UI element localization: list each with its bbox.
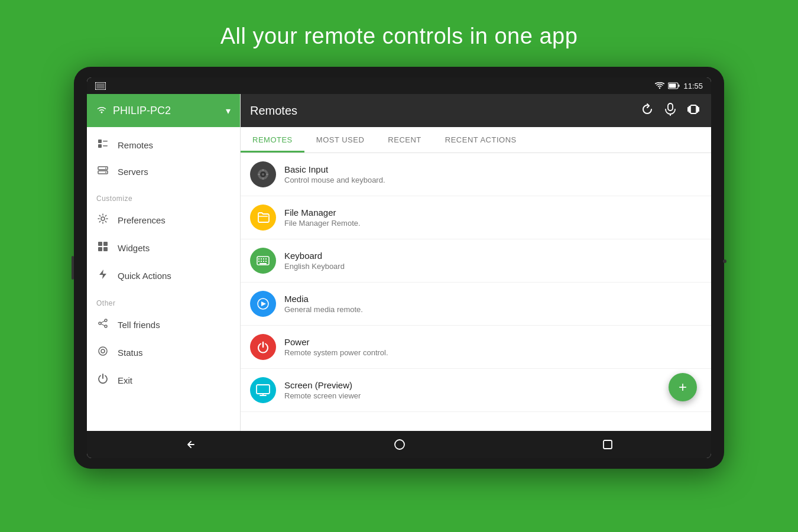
tab-recent[interactable]: RECENT [376,127,433,153]
file-manager-icon-svg [257,211,270,224]
app-content: PHILIP-PC2 ▾ [87,94,711,431]
preferences-icon [96,213,109,227]
servers-label: Servers [118,167,148,177]
svg-rect-49 [265,261,267,262]
preferences-label: Preferences [118,215,166,225]
power-icon [96,374,109,387]
lightning-icon [99,269,107,280]
sidebar-customize-label: Customize [87,185,240,206]
status-bar-right: 11:55 [655,82,703,90]
sidebar-item-tell-friends[interactable]: Tell friends [87,311,240,339]
svg-rect-8 [103,141,108,142]
status-bar-left [95,82,106,90]
svg-point-24 [99,347,107,355]
basic-input-icon-svg [257,168,270,181]
svg-rect-50 [259,263,267,264]
remote-info-power: Power Remote system power control. [284,337,702,357]
sidebar-item-preferences[interactable]: Preferences [87,206,240,234]
servers-icon [96,166,109,178]
svg-marker-52 [261,301,266,306]
dropdown-icon[interactable]: ▾ [226,105,231,116]
share-icon [96,318,109,332]
remote-name-screen: Screen (Preview) [284,380,702,390]
svg-rect-18 [103,247,108,251]
remote-desc-keyboard: English Keyboard [284,262,702,271]
remote-item-keyboard[interactable]: Keyboard English Keyboard [241,239,711,283]
wifi-icon [96,105,107,116]
remote-info-file-manager: File Manager File Manager Remote. [284,207,702,228]
vibrate-icon-svg [687,103,699,115]
tablet-side-button-right [723,259,726,263]
sidebar-nav: Remotes Servers [87,127,240,431]
status-time: 11:55 [683,82,703,90]
sidebar-other-label: Other [87,290,240,311]
status-icon-svg [98,346,108,356]
tell-friends-label: Tell friends [118,320,160,330]
remote-item-screen-preview[interactable]: Screen (Preview) Remote screen viewer [241,369,711,412]
tab-most-used[interactable]: MOST USED [304,127,377,153]
remote-info-screen: Screen (Preview) Remote screen viewer [284,380,702,400]
remote-info-keyboard: Keyboard English Keyboard [284,251,702,271]
remote-info-basic-input: Basic Input Control mouse and keyboard. [284,164,702,184]
tablet-screen: 11:55 PHILIP-PC2 ▾ [87,77,711,458]
sidebar-item-exit[interactable]: Exit [87,366,240,394]
mic-icon-svg [665,103,676,116]
sidebar-item-widgets[interactable]: Widgets [87,234,240,262]
remote-item-power[interactable]: Power Remote system power control. [241,326,711,369]
main-panel: Remotes [241,94,711,431]
media-icon-svg [257,297,270,310]
remote-item-media[interactable]: Media General media remote. [241,283,711,326]
remote-name-keyboard: Keyboard [284,251,702,261]
power-remote-icon-svg [257,340,270,353]
recents-button[interactable] [585,435,630,454]
remote-name-power: Power [284,337,702,347]
gear-icon [98,213,108,224]
status-icon [96,346,109,359]
wifi-status-icon [655,82,664,89]
svg-rect-42 [258,258,259,259]
remote-icon-screen [250,377,276,403]
status-bar: 11:55 [87,77,711,94]
svg-rect-28 [690,105,696,113]
share-icon-svg [98,318,108,329]
svg-rect-58 [604,440,612,449]
svg-rect-47 [261,261,262,262]
wifi-sidebar-icon [96,105,107,113]
remote-icon-media [250,291,276,317]
battery-status-icon [668,82,680,89]
back-icon [186,439,196,450]
vibrate-icon[interactable] [685,101,702,121]
recents-icon [603,440,612,449]
tablet-wrapper: 11:55 PHILIP-PC2 ▾ [74,67,724,469]
remotes-list: Basic Input Control mouse and keyboard. [241,153,711,431]
sidebar-item-servers[interactable]: Servers [87,158,240,185]
sidebar-header[interactable]: PHILIP-PC2 ▾ [87,94,240,127]
widgets-icon [96,241,109,255]
remote-desc-screen: Remote screen viewer [284,391,702,400]
remote-item-basic-input[interactable]: Basic Input Control mouse and keyboard. [241,153,711,196]
home-button[interactable] [377,434,423,455]
svg-rect-7 [98,144,102,148]
fab-add-button[interactable]: + [669,373,697,401]
sidebar-item-remotes[interactable]: Remotes [87,132,240,158]
tab-recent-actions[interactable]: RECENT ACTIONS [433,127,528,153]
back-button[interactable] [168,434,214,455]
main-header: Remotes [241,94,711,127]
svg-rect-48 [263,261,264,262]
refresh-icon[interactable] [639,101,656,121]
remote-desc-power: Remote system power control. [284,348,702,357]
remotes-list-icon [98,139,108,148]
sidebar-item-status[interactable]: Status [87,339,240,366]
widgets-label: Widgets [118,243,150,253]
sidebar-item-quick-actions[interactable]: Quick Actions [87,262,240,290]
tab-remotes[interactable]: REMOTES [241,127,304,153]
exit-label: Exit [118,375,132,385]
remote-item-file-manager[interactable]: File Manager File Manager Remote. [241,196,711,239]
svg-point-14 [101,217,105,220]
svg-point-57 [395,440,404,449]
status-label: Status [118,348,143,358]
bottom-nav [87,431,711,458]
mic-icon[interactable] [663,100,678,121]
svg-rect-54 [257,385,270,394]
remote-icon-file-manager [250,205,276,231]
